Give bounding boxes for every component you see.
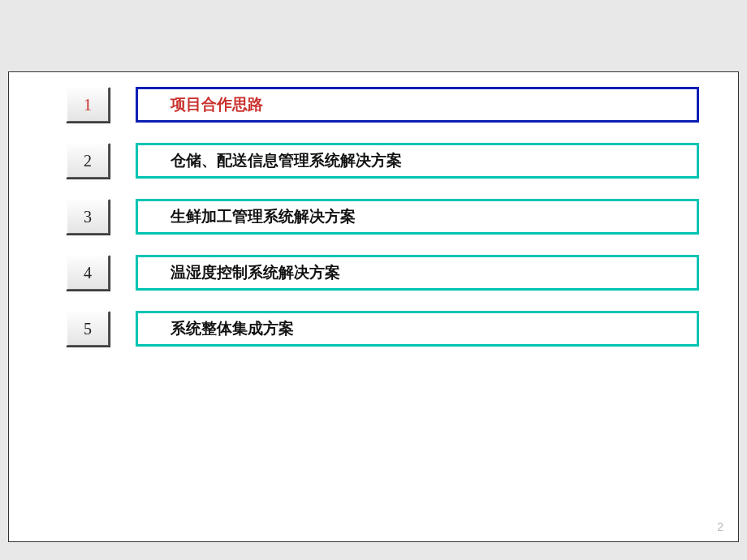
- toc-label-3: 生鲜加工管理系统解决方案: [136, 199, 699, 235]
- toc-row-1[interactable]: 1 项目合作思路: [66, 87, 699, 123]
- toc-number-1: 1: [66, 87, 110, 123]
- toc-number-5: 5: [66, 311, 110, 347]
- toc-label-5: 系统整体集成方案: [136, 311, 699, 347]
- toc-content: 1 项目合作思路 2 仓储、配送信息管理系统解决方案 3 生鲜加工管理系统解决方…: [66, 87, 699, 367]
- toc-number-2: 2: [66, 143, 110, 179]
- slide-frame: 1 项目合作思路 2 仓储、配送信息管理系统解决方案 3 生鲜加工管理系统解决方…: [8, 71, 739, 542]
- toc-row-3[interactable]: 3 生鲜加工管理系统解决方案: [66, 199, 699, 235]
- toc-row-5[interactable]: 5 系统整体集成方案: [66, 311, 699, 347]
- toc-number-4: 4: [66, 255, 110, 291]
- toc-row-4[interactable]: 4 温湿度控制系统解决方案: [66, 255, 699, 291]
- toc-label-1: 项目合作思路: [136, 87, 699, 123]
- toc-number-3: 3: [66, 199, 110, 235]
- page-number: 2: [717, 520, 723, 533]
- toc-label-4: 温湿度控制系统解决方案: [136, 255, 699, 291]
- toc-row-2[interactable]: 2 仓储、配送信息管理系统解决方案: [66, 143, 699, 179]
- toc-label-2: 仓储、配送信息管理系统解决方案: [136, 143, 699, 179]
